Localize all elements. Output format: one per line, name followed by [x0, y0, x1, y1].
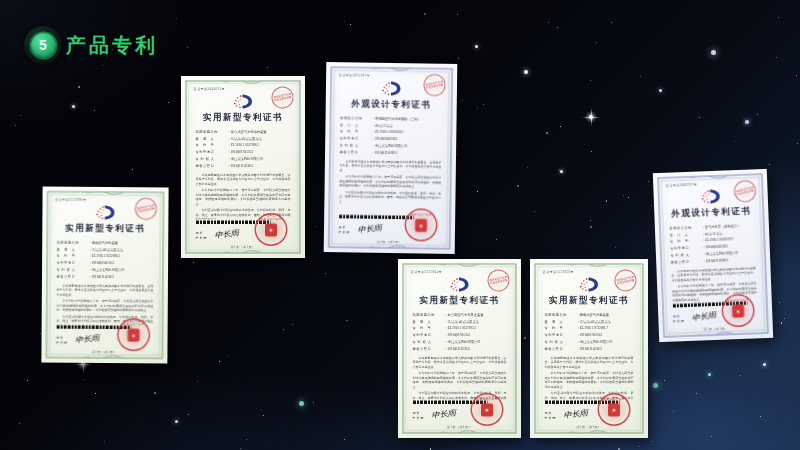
issuer-name: 申长雨 [56, 340, 68, 345]
director-signature: 申长雨 [691, 310, 716, 323]
certificate-frame: 证书号第5644013号 国家知识产权局 审查业务专用章 实用新型专利证书 实用… [186, 81, 301, 254]
field-row: 授权公告日 ：2016年11月30日 [196, 162, 291, 169]
issuer-label: 局长 申长雨 [413, 410, 425, 420]
seal-ring-text: 国家知识产权局 [256, 218, 286, 221]
field-value: ：2016年11月30日 [577, 345, 634, 352]
body-paragraph: 本专利的专利权期限为十年，自申请日起算。专利权人应当依照专利法及其实施细则规定缴… [339, 174, 441, 189]
official-seal-icon: 国家知识产权局 ★ [471, 393, 504, 426]
issuer-label: 局长 申长雨 [338, 225, 350, 235]
field-row: 授权公告日 ：2016年11月30日 [56, 273, 153, 280]
field-row: 授权公告日 ：2016年11月30日 [545, 345, 634, 352]
field-value: ：2016年11月30日 [445, 345, 507, 352]
body-paragraph: 本专利的专利权期限为十年，自申请日起算。专利权人应当依照专利法及其实施细则规定缴… [56, 299, 153, 313]
issuer-name: 申长雨 [338, 230, 350, 235]
field-row: 专利申请日 ：2016年07月25日 [413, 331, 507, 338]
slide-number: 5 [39, 37, 47, 53]
slide-number-circle: 5 [31, 33, 56, 58]
issuer-label: 局长 申长雨 [196, 230, 208, 240]
field-row: 实用新型名称 ：静电式空气消毒装置 [545, 311, 634, 318]
field-label: 专利申请日 [413, 331, 445, 338]
field-value: ：ZL 2016 2 0537086.3 [228, 142, 291, 149]
cnipa-logo-icon [578, 277, 601, 292]
issuer-label: 局长 申长雨 [545, 410, 557, 420]
garland-ornament-icon [76, 191, 136, 195]
field-row: 专 利 权 人 ：浙江某某风机有限公司 [413, 338, 507, 345]
field-label: 专 利 权 人 [413, 338, 445, 345]
national-emblem-icon: ★ [128, 329, 140, 342]
garland-ornament-icon [430, 264, 490, 268]
field-label: 专利申请日 [196, 148, 228, 155]
field-value: ：浙江某某风机有限公司 [445, 338, 507, 345]
field-label: 专 利 权 人 [196, 155, 228, 162]
field-label: 专 利 号 [413, 325, 445, 332]
field-value: ：马某某;胡某某;吴某某 [445, 318, 507, 325]
body-paragraph: 本实用新型经过本局依照中华人民共和国专利法进行初步审查，决定授予专利权，颁发本证… [196, 172, 291, 186]
signature-row: 局长 申长雨 申长雨 国家知识产权局 ★ [56, 333, 153, 349]
national-emblem-icon: ★ [415, 219, 427, 232]
certificate-title: 实用新型专利证书 [404, 295, 516, 307]
garland-ornament-icon [213, 250, 273, 254]
body-paragraph: 本实用新型经过本局依照中华人民共和国专利法进行初步审查，决定授予专利权，颁发本证… [413, 355, 507, 369]
field-value: ：2016年11月09日 [372, 149, 442, 157]
body-paragraph: 本实用新型经过本局依照中华人民共和国专利法进行初步审查，决定授予专利权，颁发本证… [545, 355, 634, 369]
cnipa-logo-icon [380, 81, 403, 96]
field-value: ：浙江某某风机有限公司 [228, 155, 291, 162]
barcode [339, 215, 414, 220]
certificate-body: 本实用新型经过本局依照中华人民共和国专利法进行初步审查，决定授予专利权，颁发本证… [413, 355, 507, 399]
certificates-group: 证书号第5532986号 国家知识产权局 审查业务专用章 实用新型专利证书 实用… [0, 0, 800, 450]
signature-row: 局长 申长雨 申长雨 国家知识产权局 ★ [338, 222, 440, 238]
field-label: 实用新型名称 [413, 311, 445, 318]
issuer-name: 申长雨 [413, 416, 425, 421]
field-label: 发 明 人 [196, 135, 228, 142]
certificate-title: 实用新型专利证书 [536, 295, 643, 307]
field-label: 专 利 号 [545, 325, 577, 332]
issuer-name: 申长雨 [196, 236, 208, 241]
national-emblem-icon: ★ [608, 404, 620, 417]
field-label: 实用新型名称 [545, 311, 577, 318]
field-row: 专 利 号 ：ZL 2016 2 0537093.3 [413, 325, 507, 332]
certificate-fields: 实用新型名称 ：集合式空气净化结构装置 发 明 人 ：马某某;胡某某;吴某某 专… [196, 128, 291, 169]
field-label: 授权公告日 [56, 273, 88, 280]
cnipa-logo-icon [232, 94, 255, 109]
field-value: ：浙江某某风机有限公司 [577, 338, 634, 345]
field-label: 发 明 人 [545, 318, 577, 325]
field-label: 专 利 号 [196, 142, 228, 149]
field-value: ：2016年07月25日 [228, 148, 291, 155]
garland-ornament-icon [559, 430, 619, 434]
issuer-label: 局长 申长雨 [56, 335, 68, 345]
issuer-label: 局长 申长雨 [673, 314, 685, 325]
body-paragraph: 本专利的专利权期限为十年，自申请日起算。专利权人应当依照专利法及其实施细则规定缴… [413, 371, 507, 389]
field-value: ：2016年11月30日 [88, 273, 153, 280]
national-emblem-icon: ★ [732, 304, 744, 317]
cnipa-logo-icon [94, 205, 117, 220]
certificate-body: 本实用新型经过本局依照中华人民共和国专利法进行初步审查，决定授予专利权，颁发本证… [545, 355, 634, 399]
signature-row: 局长 申长雨 申长雨 国家知识产权局 ★ [673, 308, 759, 326]
director-signature: 申长雨 [214, 228, 239, 240]
field-row: 专 利 权 人 ：浙江某某风机有限公司 [545, 338, 634, 345]
certificate-fields: 外观设计名称 ：环保型空气净化机面板（三色） 设 计 人 ：赵某;马某某 专 利… [340, 114, 443, 156]
body-paragraph: 专利证书记载专利权登记时的法律状况。专利权的转移、质押、无效、终止、恢复和专利权… [339, 190, 441, 205]
official-seal-icon: 国家知识产权局 ★ [117, 318, 150, 351]
seal-ring-text: 国家知识产权局 [119, 323, 149, 326]
director-signature: 申长雨 [74, 333, 99, 345]
field-value: ：马某某;胡某某;吴某某 [228, 135, 291, 142]
certificate-body: 本外观设计经过本局依照中华人民共和国专利法进行初步审查，决定授予专利权，颁发本证… [339, 159, 442, 215]
field-value: ：静电式空气消毒装置 [577, 311, 634, 318]
cnipa-logo-icon [448, 277, 471, 292]
signature-row: 局长 申长雨 申长雨 国家知识产权局 ★ [196, 228, 291, 243]
issuer-name: 申长雨 [545, 416, 557, 421]
garland-ornament-icon [213, 81, 273, 85]
field-value: ：ZL 2016 2 0537093.3 [445, 325, 507, 332]
signature-row: 局长 申长雨 申长雨 国家知识产权局 ★ [413, 408, 507, 423]
certificate-fields: 实用新型名称 ：高效空气净化装置 发 明 人 ：马某某;胡某某;吴某某 专 利 … [56, 239, 153, 281]
page-title: 产品专利 [66, 32, 158, 59]
field-row: 发 明 人 ：马某某;胡某某;吴某某 [413, 318, 507, 325]
field-value: ：2016年07月25日 [577, 331, 634, 338]
patent-certificate-2: 证书号第5644013号 国家知识产权局 审查业务专用章 实用新型专利证书 实用… [181, 76, 305, 258]
issuer-name: 申长雨 [673, 319, 685, 325]
field-row: 授权公告日 ：2016年11月09日 [340, 148, 442, 156]
field-label: 专 利 权 人 [545, 338, 577, 345]
official-seal-icon: 国家知识产权局 ★ [404, 208, 437, 241]
certificate-title: 外观设计专利证书 [331, 98, 451, 111]
certificate-frame: 证书号第5531038号 国家知识产权局 审查业务专用章 实用新型专利证书 实用… [535, 264, 644, 434]
